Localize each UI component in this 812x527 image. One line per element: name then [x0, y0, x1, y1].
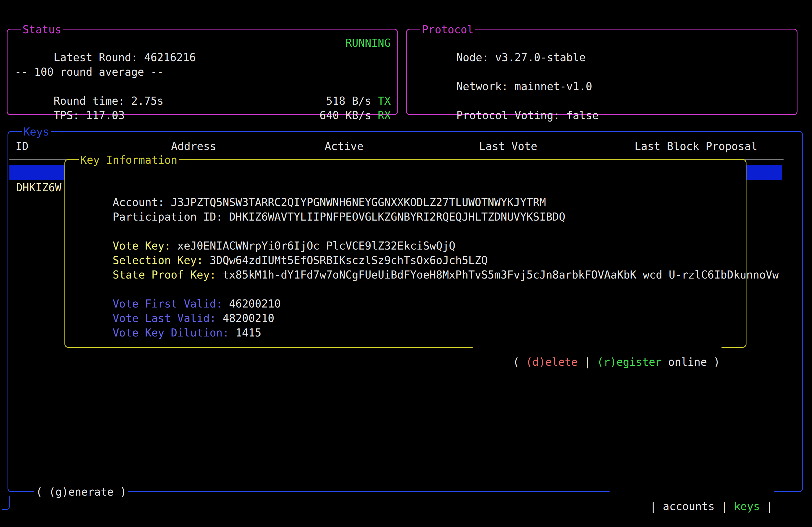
- register-action[interactable]: (r)egister: [597, 356, 662, 368]
- tps-value: 117.03: [86, 109, 125, 122]
- stray-border-corner-glyph: [2, 496, 10, 510]
- latest-round-line: Latest Round: 46216216: [15, 36, 196, 50]
- actions-separator: |: [578, 356, 597, 368]
- tx-rate-line: 518 B/s TX: [287, 79, 391, 94]
- protocol-panel-title: Protocol: [420, 22, 475, 37]
- key-actions: ( (d)elete | (r)egister online ): [473, 340, 722, 355]
- state-proof-key-line: State Proof Key: tx85kM1h-dY1Fd7w7oNCgFU…: [74, 253, 779, 268]
- vote-last-valid-line: Vote Last Valid: 48200210: [74, 297, 274, 311]
- participation-id-label: Participation ID:: [113, 211, 229, 223]
- participation-id-value: DHKIZ6WAVTYLIIPNFPEOVGLKZGNBYRI2RQEQJHLT…: [229, 211, 565, 223]
- key-row-id: DHKIZ6W: [16, 180, 61, 195]
- network-value: mainnet-v1.0: [514, 80, 592, 93]
- column-header-active: Active: [325, 139, 364, 153]
- protocol-voting-line: Protocol Voting: false: [418, 94, 598, 108]
- column-header-address: Address: [171, 139, 216, 153]
- tab-accounts[interactable]: accounts: [663, 500, 715, 512]
- node-version-label: Node:: [456, 51, 495, 64]
- tps-label: TPS:: [54, 109, 86, 122]
- latest-round-label: Latest Round:: [54, 51, 144, 64]
- network-line: Network: mainnet-v1.0: [418, 65, 592, 79]
- round-time-line: Round time: 2.75s: [15, 79, 163, 94]
- actions-open-paren: (: [513, 356, 526, 368]
- rx-rate-line: 640 KB/s RX: [281, 94, 391, 108]
- keys-panel-title: Keys: [22, 124, 51, 139]
- node-version-line: Node: v3.27.0-stable: [418, 36, 586, 50]
- protocol-voting-value: false: [566, 109, 598, 122]
- selection-key-line: Selection Key: 3DQw64zdIUMt5EfOSRBIKsczl…: [74, 239, 488, 253]
- tabs-mid-pipe: |: [714, 500, 734, 512]
- delete-action[interactable]: (d)elete: [526, 356, 578, 368]
- vote-key-dilution-line: Vote Key Dilution: 1415: [74, 311, 261, 326]
- rx-rate-value: 640 KB/s: [320, 109, 378, 122]
- participation-id-line: Participation ID: DHKIZ6WAVTYLIIPNFPEOVG…: [74, 195, 565, 210]
- vote-key-dilution-value: 1415: [235, 327, 261, 339]
- column-header-id: ID: [16, 139, 28, 153]
- tabs-open-pipe: |: [650, 500, 663, 512]
- status-panel: Status Latest Round: 46216216 RUNNING --…: [7, 29, 398, 115]
- account-line: Account: J3JPZTQ5NSW3TARRC2QIYPGNWNH6NEY…: [74, 181, 546, 195]
- vote-first-valid-line: Vote First Valid: 46200210: [74, 282, 281, 297]
- vote-key-line: Vote Key: xeJ0ENIACWNrpYi0r6IjOc_PlcVCE9…: [74, 224, 455, 239]
- column-header-last-vote: Last Vote: [479, 139, 537, 153]
- protocol-panel: Protocol Node: v3.27.0-stable Network: m…: [406, 29, 798, 115]
- key-information-modal: Key Information Account: J3JPZTQ5NSW3TAR…: [64, 159, 746, 348]
- rx-label: RX: [378, 109, 391, 122]
- view-tabs: | accounts | keys |: [610, 485, 774, 499]
- register-online-suffix: online: [662, 356, 707, 368]
- state-proof-key-label: State Proof Key:: [113, 269, 222, 281]
- round-time-value: 2.75s: [131, 95, 163, 107]
- actions-close-paren: ): [707, 356, 720, 368]
- state-proof-key-value: tx85kM1h-dY1Fd7w7oNCgFUeUiBdFYoeH8MxPhTv…: [222, 269, 779, 281]
- tabs-close-pipe: |: [760, 500, 773, 512]
- key-information-title: Key Information: [79, 153, 179, 167]
- generate-button[interactable]: ( (g)enerate ): [34, 485, 128, 499]
- vote-key-dilution-label: Vote Key Dilution:: [113, 327, 236, 339]
- node-state-badge: RUNNING: [345, 36, 391, 50]
- network-label: Network:: [456, 80, 515, 93]
- column-header-last-block-proposal: Last Block Proposal: [635, 139, 757, 153]
- status-panel-title: Status: [21, 22, 63, 37]
- latest-round-value: 46216216: [144, 51, 196, 64]
- node-version-value: v3.27.0-stable: [495, 51, 586, 64]
- round-average-header: -- 100 round average --: [15, 65, 163, 79]
- terminal-screen: Status Latest Round: 46216216 RUNNING --…: [0, 0, 812, 527]
- tps-line: TPS: 117.03: [15, 94, 125, 108]
- protocol-voting-label: Protocol Voting:: [456, 109, 566, 122]
- tab-keys[interactable]: keys: [734, 500, 760, 512]
